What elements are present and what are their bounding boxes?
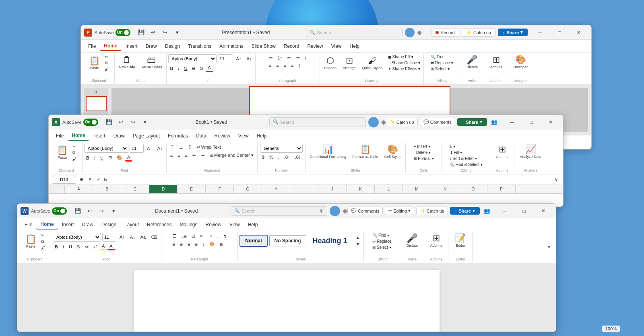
ppt-undo-btn[interactable]: ↩ [148, 28, 159, 37]
word-find-btn[interactable]: 🔍 Find ▾ [371, 233, 393, 238]
word-increase-indent-btn[interactable]: ⇥ [206, 233, 214, 240]
word-editing-btn[interactable]: ✏ Editing ▾ [385, 207, 414, 215]
word-close-btn[interactable]: ✕ [534, 205, 553, 217]
excel-search-box[interactable]: 🔍 Search [269, 117, 366, 127]
ppt-shape-effects-btn[interactable]: ✦ Shape Effects ▾ [386, 66, 422, 72]
excel-border-btn[interactable]: ⊞ [106, 154, 114, 162]
ppt-replace-btn[interactable]: ⇄ Replace ▾ [429, 60, 454, 66]
excel-col-C[interactable]: C [121, 185, 149, 193]
excel-col-L[interactable]: L [375, 185, 403, 193]
excel-collab-btn[interactable]: 👥 [489, 118, 500, 127]
ppt-designer-btn[interactable]: 🎨 Designer [511, 54, 530, 70]
ppt-increase-indent-btn[interactable]: ⇥ [294, 54, 301, 61]
excel-align-mid-btn[interactable]: ⊥ [177, 144, 185, 151]
word-clear-format-btn[interactable]: ⌫ [149, 234, 159, 241]
word-menu-view[interactable]: View [225, 220, 244, 229]
ppt-menu-record[interactable]: Record [280, 42, 303, 51]
ppt-linespace-btn[interactable]: ↕ [302, 54, 309, 61]
word-shrink-font-btn[interactable]: A↓ [128, 234, 137, 240]
ppt-reuse-slides-btn[interactable]: 🗃 Reuse Slides [138, 54, 165, 70]
ppt-grow-font-btn[interactable]: A↑ [234, 55, 244, 62]
word-autosave-toggle[interactable]: On [52, 207, 67, 215]
word-more-btn[interactable]: ▾ [109, 207, 119, 215]
excel-confirm-btn[interactable]: ✓ [95, 176, 102, 183]
word-maximize-btn[interactable]: □ [515, 205, 533, 217]
ppt-cut-btn[interactable]: ✂ [103, 54, 110, 59]
excel-delete-btn[interactable]: - Delete ▾ [412, 150, 436, 155]
excel-col-M[interactable]: M [403, 185, 431, 193]
ppt-find-btn[interactable]: 🔍 Find [429, 54, 454, 59]
excel-bold-btn[interactable]: B [84, 154, 91, 162]
excel-fillcolor-btn[interactable]: 🎨 [115, 154, 124, 162]
excel-font-select[interactable]: Aptos (Body) [84, 144, 128, 153]
excel-menu-help[interactable]: Help [253, 131, 271, 140]
excel-indent-dec-btn[interactable]: ⇤ [190, 152, 198, 159]
excel-col-B[interactable]: B [93, 185, 121, 193]
ppt-menu-slideshow[interactable]: Slide Show [248, 42, 280, 51]
word-italic-btn[interactable]: I [61, 243, 66, 250]
excel-menu-review[interactable]: Review [210, 131, 234, 140]
word-show-formatting-btn[interactable]: ¶ [222, 233, 228, 240]
ppt-bullets-btn[interactable]: ☰ [267, 54, 275, 61]
excel-col-J[interactable]: J [318, 185, 347, 193]
word-minimize-btn[interactable]: ─ [495, 205, 514, 217]
word-select-btn[interactable]: ⊞ Select ▾ [371, 245, 393, 250]
excel-undo-btn[interactable]: ↩ [116, 118, 126, 127]
word-style-nospacing[interactable]: No Spacing [269, 235, 306, 246]
excel-cell-ref[interactable] [52, 176, 76, 184]
word-menu-mailings[interactable]: Mailings [175, 220, 201, 229]
ppt-shape-fill-btn[interactable]: ◼ Shape Fill ▾ [386, 54, 422, 59]
word-sort-btn[interactable]: ↕ [215, 233, 221, 240]
excel-menu-file[interactable]: File [52, 131, 68, 140]
excel-align-top-btn[interactable]: ⊤ [168, 144, 176, 151]
ppt-catchup-btn[interactable]: ✨ Catch up [462, 28, 495, 37]
excel-align-bot-btn[interactable]: ↧ [186, 144, 194, 151]
ppt-menu-insert[interactable]: Insert [122, 42, 142, 51]
ppt-menu-draw[interactable]: Draw [142, 42, 161, 51]
word-cut-btn[interactable]: ✂ [39, 233, 47, 238]
excel-menu-view[interactable]: View [234, 131, 253, 140]
ppt-shapes-btn[interactable]: ⬡ Shapes [322, 55, 339, 71]
excel-cell-styles-btn[interactable]: 🎨 Cell Styles [382, 144, 404, 160]
excel-right-btn[interactable]: ≡ [183, 152, 190, 159]
excel-left-btn[interactable]: ≡ [168, 152, 175, 159]
ppt-shape-outline-btn[interactable]: □ Shape Outline ▾ [386, 60, 422, 66]
excel-col-K[interactable]: K [347, 185, 375, 193]
ppt-font-select[interactable]: Aptos (Body) [168, 54, 217, 63]
word-font-size[interactable] [102, 233, 116, 242]
excel-col-E[interactable]: E [178, 185, 206, 193]
ppt-share-btn[interactable]: ↑ Share ▾ [498, 29, 528, 36]
ppt-font-size[interactable] [218, 54, 233, 63]
ppt-record-btn[interactable]: Record [431, 29, 459, 37]
word-format-painter-btn[interactable]: 🖌 [39, 245, 47, 250]
excel-cond-format-btn[interactable]: 📊 Conditional Formatting [308, 144, 349, 160]
excel-percent-btn[interactable]: % [267, 154, 275, 160]
excel-col-H[interactable]: H [262, 185, 290, 193]
word-document-page[interactable] [134, 270, 440, 332]
excel-cut-btn[interactable]: ✂ [71, 144, 78, 149]
ppt-menu-animations[interactable]: Animations [215, 42, 247, 51]
word-bullets-btn[interactable]: ☰ [171, 233, 179, 240]
excel-col-F[interactable]: F [206, 185, 234, 193]
word-copy-btn[interactable]: ⧉ [39, 239, 47, 244]
excel-comments-btn[interactable]: 💬 Comments [420, 118, 455, 126]
ppt-menu-view[interactable]: View [327, 42, 346, 51]
ppt-slide-thumb[interactable] [86, 96, 107, 111]
word-save-btn[interactable]: 💾 [72, 207, 83, 215]
excel-col-I[interactable]: I [290, 185, 318, 193]
excel-share-btn[interactable]: ↑ Share ▾ [457, 118, 487, 126]
ppt-strike-btn[interactable]: S [190, 65, 197, 72]
word-catchup-btn[interactable]: ✨ Catch up [416, 207, 448, 215]
word-highlight-btn[interactable]: A [100, 243, 107, 250]
word-grow-font-btn[interactable]: A↑ [118, 234, 127, 240]
ppt-fontcolor-btn[interactable]: A [206, 64, 213, 72]
word-borders-btn[interactable]: ⊞ [218, 241, 225, 248]
ppt-menu-design[interactable]: Design [161, 42, 184, 51]
excel-fontcolor-btn[interactable]: A [125, 154, 132, 162]
excel-menu-formulas[interactable]: Formulas [164, 131, 192, 140]
excel-format-painter-btn[interactable]: 🖌 [71, 156, 78, 162]
ppt-menu-review[interactable]: Review [303, 42, 327, 51]
excel-cancel-btn[interactable]: ✕ [86, 176, 94, 183]
ppt-underline-btn[interactable]: U [182, 65, 190, 72]
word-superscript-btn[interactable]: x² [91, 243, 99, 250]
